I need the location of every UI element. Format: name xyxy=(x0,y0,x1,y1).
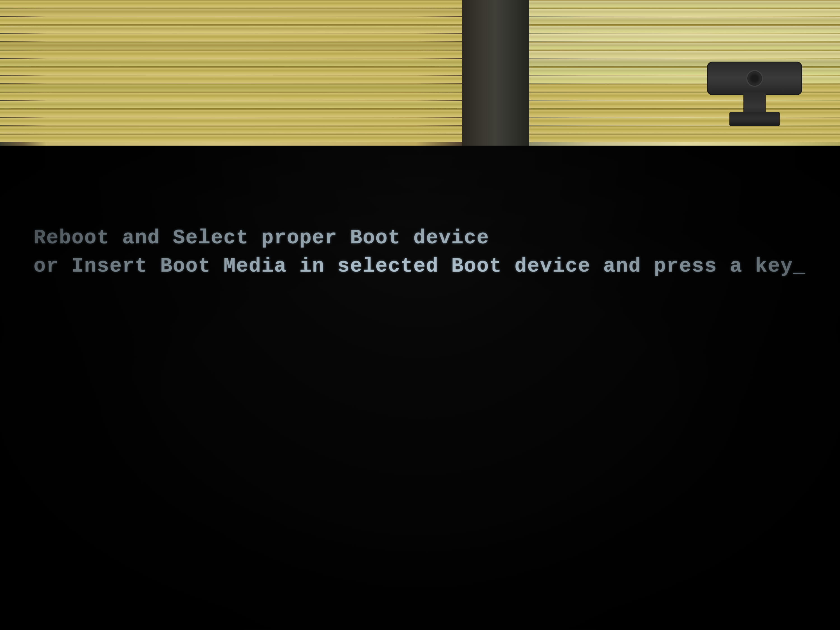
blind-slat xyxy=(0,126,462,134)
blind-slat xyxy=(529,0,840,8)
webcam-area xyxy=(692,56,818,134)
window-blinds-area xyxy=(0,0,840,145)
blind-slat xyxy=(0,134,462,142)
webcam-lens xyxy=(746,70,763,87)
blind-slat xyxy=(0,101,462,109)
blind-slat xyxy=(0,67,462,75)
blind-slat xyxy=(0,17,462,25)
blind-slat xyxy=(0,8,462,16)
blind-slat xyxy=(529,8,840,16)
blind-slat xyxy=(529,33,840,41)
webcam-body xyxy=(707,62,802,95)
left-blinds xyxy=(0,0,462,145)
blind-slats-left xyxy=(0,0,462,145)
blind-slat xyxy=(0,92,462,100)
webcam-base-clamp xyxy=(729,112,780,126)
blind-slat xyxy=(0,84,462,92)
blind-slat xyxy=(0,76,462,84)
blind-slat xyxy=(529,17,840,25)
blind-slat xyxy=(0,118,462,125)
window-pillar xyxy=(462,0,529,145)
webcam-mount xyxy=(692,56,818,134)
blind-slat xyxy=(529,42,840,50)
blind-slat xyxy=(0,33,462,41)
room-background: Reboot and Select proper Boot device or … xyxy=(0,0,840,630)
blind-slat xyxy=(0,59,462,66)
bios-error-line2: or Insert Boot Media in selected Boot de… xyxy=(33,252,823,281)
bios-error-container: Reboot and Select proper Boot device or … xyxy=(33,224,823,281)
blind-slat xyxy=(0,42,462,50)
blind-slat xyxy=(529,134,840,142)
blind-slat xyxy=(0,0,462,8)
blind-slat xyxy=(0,51,462,58)
blind-slat xyxy=(529,25,840,33)
monitor-screen: Reboot and Select proper Boot device or … xyxy=(0,145,840,630)
bios-error-line1: Reboot and Select proper Boot device xyxy=(33,224,823,252)
blind-slat xyxy=(0,25,462,33)
blind-slat xyxy=(0,109,462,117)
